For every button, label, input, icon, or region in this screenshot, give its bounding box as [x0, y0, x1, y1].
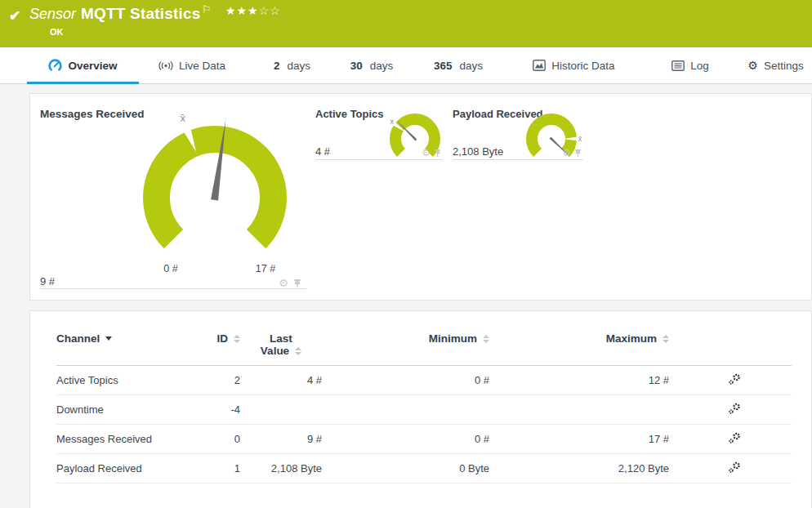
gauge-icon [48, 59, 62, 73]
tab-365-days[interactable]: 365 days [421, 47, 496, 83]
channel-name: Messages Received [56, 433, 195, 445]
pin-icon[interactable] [293, 279, 301, 288]
channel-settings-icon[interactable] [728, 461, 742, 474]
tab-label: Overview [68, 60, 117, 72]
sort-desc-icon [105, 336, 112, 341]
panel-title: Messages Received [40, 108, 145, 120]
tab-bar: Overview Live Data 2 days 30 days 365 da… [0, 47, 812, 84]
tab-30-days[interactable]: 30 days [339, 47, 404, 83]
tab-overview[interactable]: Overview [27, 47, 139, 83]
channel-maximum: 12 # [489, 374, 669, 386]
channel-maximum: 2,120 Byte [489, 462, 669, 475]
channel-id: 1 [195, 462, 240, 475]
priority-stars[interactable]: ★★★☆☆ [225, 4, 281, 17]
gauges-card: Messages Received x̄ 0 # 17 # 9 # ⚙ Ac [29, 93, 812, 301]
object-kind-label: Sensor [29, 6, 76, 23]
column-header-channel[interactable]: Channel [56, 332, 195, 345]
tab-2-days[interactable]: 2 days [261, 47, 323, 83]
tab-label: Live Data [179, 60, 225, 72]
sensor-page: ✔ Sensor MQTT Statistics ⚐ ★★★☆☆ OK Over… [0, 0, 812, 508]
panel-controls: ⚙ [422, 148, 441, 158]
gear-icon[interactable]: ⚙ [562, 148, 571, 158]
tab-label: days [287, 60, 310, 72]
channel-maximum: 17 # [489, 433, 669, 445]
panel-payload-received: Payload Received x̄ 2,108 Byte ⚙ [453, 103, 583, 160]
channel-last-value: 4 # [315, 145, 330, 158]
table-header-row: Channel ID Last Value [56, 332, 792, 366]
panel-messages-received: Messages Received x̄ 0 # 17 # 9 # ⚙ [40, 103, 306, 289]
tab-label: days [460, 60, 484, 72]
sensor-banner: ✔ Sensor MQTT Statistics ⚐ ★★★☆☆ OK [0, 0, 812, 47]
column-label: ID [217, 332, 229, 345]
tab-label: days [370, 60, 394, 72]
channel-name: Active Topics [56, 374, 195, 386]
channel-name: Payload Received [56, 462, 195, 475]
flag-icon[interactable]: ⚐ [202, 3, 212, 16]
chart-icon [533, 60, 546, 71]
panel-active-topics: Active Topics x̄ 4 # ⚙ [315, 103, 443, 160]
tab-log[interactable]: Log [662, 47, 719, 83]
gauge-average-label: x̄ [390, 118, 394, 126]
channel-settings-icon[interactable] [728, 403, 742, 415]
tab-historic-data[interactable]: Historic Data [527, 47, 621, 83]
channel-last-value: 2,108 Byte [453, 145, 503, 158]
gear-icon[interactable]: ⚙ [422, 148, 431, 158]
table-row: Messages Received 0 9 # 0 # 17 # [56, 425, 792, 454]
channel-last-value: 9 # [40, 275, 55, 287]
messages-received-gauge[interactable]: x̄ [135, 105, 295, 274]
table-row: Downtime -4 [56, 395, 792, 425]
sort-icon [663, 335, 669, 343]
tab-label: Settings [764, 60, 804, 72]
panel-controls: ⚙ [279, 278, 301, 288]
tab-live-data[interactable]: Live Data [151, 47, 233, 83]
tab-label: Log [690, 60, 709, 72]
column-label: Last [261, 332, 301, 345]
channel-minimum: 0 # [322, 433, 489, 445]
tab-day-count: 30 [350, 60, 363, 72]
gauge-average-label: x̄ [578, 135, 582, 143]
column-header-maximum[interactable]: Maximum [489, 332, 669, 345]
column-header-minimum[interactable]: Minimum [322, 332, 489, 345]
column-label: Value [261, 345, 289, 357]
channel-id: 2 [195, 374, 240, 386]
panel-title: Active Topics [315, 108, 384, 120]
channel-minimum: 0 Byte [322, 462, 489, 475]
status-ok-icon: ✔ [9, 7, 20, 25]
sort-icon [234, 335, 240, 343]
broadcast-icon [158, 60, 173, 71]
pin-icon[interactable] [574, 149, 582, 158]
channel-last-value: 9 # [240, 433, 322, 445]
channel-last-value: 4 # [240, 374, 322, 386]
gauge-min-label: 0 # [157, 263, 185, 274]
channel-last-value: 2,108 Byte [240, 462, 322, 475]
column-label: Maximum [606, 332, 657, 345]
column-header-id[interactable]: ID [195, 332, 240, 345]
page-title: MQTT Statistics [81, 5, 201, 23]
channel-name: Downtime [56, 403, 195, 416]
channel-settings-icon[interactable] [728, 432, 742, 444]
tab-day-count: 365 [434, 60, 453, 72]
panel-controls: ⚙ [562, 148, 582, 158]
status-badge: OK [50, 27, 64, 37]
pin-icon[interactable] [434, 149, 441, 158]
channel-id: -4 [195, 403, 240, 416]
column-header-last-value[interactable]: Last Value [240, 332, 322, 357]
column-label: Channel [56, 332, 100, 345]
tab-label: Historic Data [551, 60, 614, 72]
channels-table: Channel ID Last Value [56, 332, 792, 483]
channel-minimum: 0 # [322, 374, 489, 386]
table-row: Active Topics 2 4 # 0 # 12 # [56, 366, 792, 395]
channel-id: 0 [195, 433, 240, 445]
gauge-max-label: 17 # [249, 263, 282, 274]
sort-icon [483, 335, 489, 343]
log-icon [671, 60, 685, 71]
tab-day-count: 2 [274, 60, 280, 72]
gear-icon[interactable]: ⚙ [279, 278, 288, 288]
table-row: Payload Received 1 2,108 Byte 0 Byte 2,1… [56, 454, 792, 483]
column-label: Minimum [429, 332, 477, 345]
gear-icon: ⚙ [747, 60, 758, 71]
channel-settings-icon[interactable] [728, 373, 742, 385]
sort-icon [295, 347, 301, 355]
tab-settings[interactable]: ⚙ Settings [739, 47, 812, 83]
gauge-average-label: x̄ [180, 112, 185, 124]
